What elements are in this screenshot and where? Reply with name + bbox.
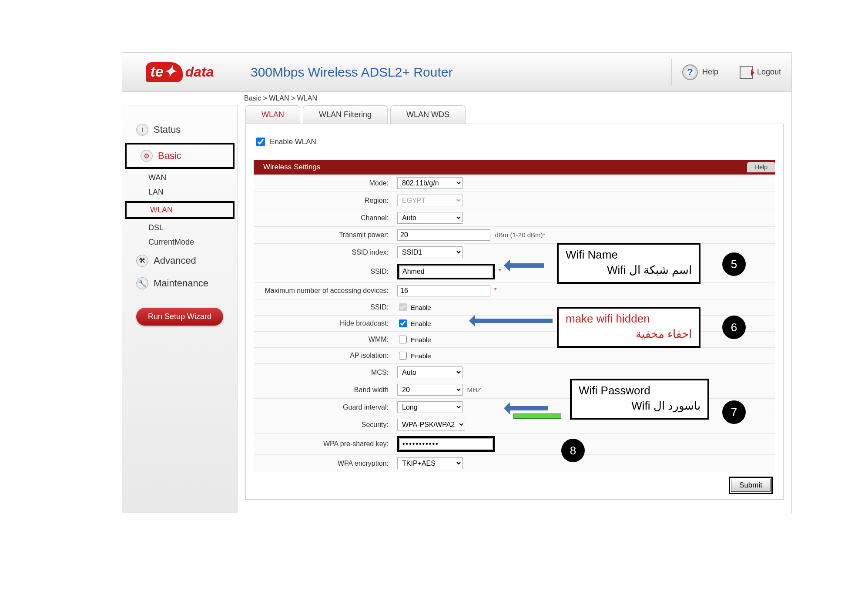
- channel-label: Channel:: [254, 209, 393, 227]
- wrench-icon: 🔧: [136, 277, 148, 289]
- sidebar-sub-dsl[interactable]: DSL: [122, 221, 237, 235]
- section-header: Wireless Settings Help: [254, 160, 775, 175]
- sidebar-label-basic: Basic: [158, 150, 181, 161]
- txpower-hint: dBm (1-20 dBm)*: [495, 231, 545, 239]
- router-admin-window: te✦ data 300Mbps Wireless ADSL2+ Router …: [122, 52, 792, 513]
- sidebar-label-status: Status: [154, 124, 181, 135]
- sidebar: i Status ⚙ Basic WAN LAN WLAN DSL Curren…: [122, 105, 238, 513]
- submit-button[interactable]: Submit: [731, 479, 771, 492]
- enable-wlan-checkbox[interactable]: [256, 138, 265, 146]
- region-select[interactable]: EGYPT: [397, 195, 462, 206]
- wmm-label: WMM:: [254, 332, 393, 348]
- header-bar: te✦ data 300Mbps Wireless ADSL2+ Router …: [122, 53, 791, 92]
- content-area: WLAN WLAN Filtering WLAN WDS Enable WLAN…: [238, 105, 791, 513]
- tab-wlan[interactable]: WLAN: [245, 105, 300, 124]
- sidebar-label-advanced: Advanced: [154, 255, 196, 266]
- ssidenable-label: SSID:: [254, 299, 393, 316]
- sidebar-sub-lan[interactable]: LAN: [122, 185, 237, 199]
- section-title: Wireless Settings: [254, 160, 330, 174]
- bw-label: Band width: [254, 381, 393, 399]
- logout-icon: [740, 66, 753, 79]
- apiso-opt: Enable: [411, 352, 431, 360]
- maxdev-input[interactable]: [397, 285, 490, 296]
- highlight-wlan: WLAN: [125, 201, 235, 219]
- enable-wlan-label: Enable WLAN: [270, 138, 316, 146]
- ssidenable-opt: Enable: [411, 304, 431, 311]
- security-label: Security:: [254, 416, 393, 434]
- region-label: Region:: [254, 192, 393, 209]
- wmm-checkbox[interactable]: [399, 336, 407, 343]
- hide-opt: Enable: [411, 320, 431, 327]
- mode-label: Mode:: [254, 175, 393, 192]
- psk-input[interactable]: [399, 438, 493, 450]
- maxdev-label: Maximum number of accessing devices:: [254, 282, 393, 299]
- bw-hint: MHZ: [467, 386, 481, 393]
- section-help-link[interactable]: Help: [747, 162, 775, 172]
- channel-select[interactable]: Auto: [397, 212, 462, 224]
- ssid-input[interactable]: [399, 266, 493, 277]
- mcs-select[interactable]: Auto: [397, 366, 462, 378]
- ssid-label: SSID:: [254, 261, 393, 282]
- maxdev-required: *: [494, 287, 496, 294]
- run-setup-wizard-button[interactable]: Run Setup Wizard: [136, 308, 223, 326]
- wmm-opt: Enable: [411, 336, 431, 343]
- enc-label: WPA encryption:: [254, 455, 393, 472]
- settings-panel: Enable WLAN Wireless Settings Help Mode:…: [245, 124, 784, 500]
- logout-button[interactable]: Logout: [729, 59, 791, 85]
- help-icon: ?: [682, 64, 698, 80]
- highlight-basic: ⚙ Basic: [125, 143, 235, 169]
- enc-select[interactable]: TKIP+AES: [397, 457, 462, 469]
- submit-row: Submit: [254, 472, 775, 494]
- tab-wlan-filtering[interactable]: WLAN Filtering: [303, 105, 388, 124]
- gi-label: Guard interval:: [254, 399, 393, 416]
- ssidindex-select[interactable]: SSID1: [397, 246, 462, 258]
- page-title: 300Mbps Wireless ADSL2+ Router: [238, 65, 671, 80]
- bw-select[interactable]: 20: [397, 384, 462, 396]
- hide-label: Hide broadcast:: [254, 316, 393, 332]
- breadcrumb: Basic > WLAN > WLAN: [122, 92, 791, 105]
- logout-label: Logout: [757, 67, 781, 77]
- highlight-psk: [397, 436, 495, 452]
- logo-text: data: [185, 64, 214, 80]
- ssidenable-checkbox[interactable]: [399, 303, 407, 311]
- info-icon: i: [136, 124, 148, 136]
- sidebar-item-maintenance[interactable]: 🔧 Maintenance: [122, 272, 237, 295]
- tools-icon: 🛠: [136, 255, 148, 267]
- help-label: Help: [702, 67, 718, 77]
- highlight-ssid: [397, 264, 495, 279]
- enable-wlan-row[interactable]: Enable WLAN: [254, 134, 775, 160]
- ssidindex-label: SSID index:: [254, 244, 393, 261]
- mcs-label: MCS:: [254, 364, 393, 381]
- logo: te✦ data: [122, 53, 238, 92]
- sidebar-item-basic[interactable]: ⚙ Basic: [127, 145, 233, 167]
- sidebar-item-status[interactable]: i Status: [122, 118, 237, 141]
- apiso-label: AP isolation:: [254, 348, 393, 364]
- gear-icon: ⚙: [141, 150, 153, 162]
- help-button[interactable]: ? Help: [671, 59, 729, 85]
- sidebar-label-maintenance: Maintenance: [154, 278, 208, 289]
- logo-mark: te✦: [146, 62, 182, 82]
- highlight-submit: Submit: [729, 477, 773, 494]
- gi-select[interactable]: Long: [397, 401, 462, 413]
- txpower-input[interactable]: [397, 229, 490, 241]
- sidebar-sub-wan[interactable]: WAN: [122, 171, 237, 185]
- mode-select[interactable]: 802.11b/g/n: [397, 177, 462, 189]
- tab-bar: WLAN WLAN Filtering WLAN WDS: [245, 105, 784, 124]
- sidebar-sub-mode[interactable]: CurrentMode: [122, 235, 237, 249]
- psk-label: WPA pre-shared key:: [254, 434, 393, 455]
- txpower-label: Transmit power:: [254, 227, 393, 244]
- security-select[interactable]: WPA-PSK/WPA2: [397, 419, 465, 430]
- settings-table: Mode: 802.11b/g/n Region: EGYPT Channel:…: [254, 175, 775, 472]
- tab-wlan-wds[interactable]: WLAN WDS: [390, 105, 466, 124]
- sidebar-sub-wlan[interactable]: WLAN: [127, 203, 233, 217]
- ssid-required: *: [498, 268, 501, 275]
- hide-checkbox[interactable]: [399, 319, 407, 327]
- sidebar-item-advanced[interactable]: 🛠 Advanced: [122, 249, 237, 272]
- apiso-checkbox[interactable]: [399, 352, 407, 360]
